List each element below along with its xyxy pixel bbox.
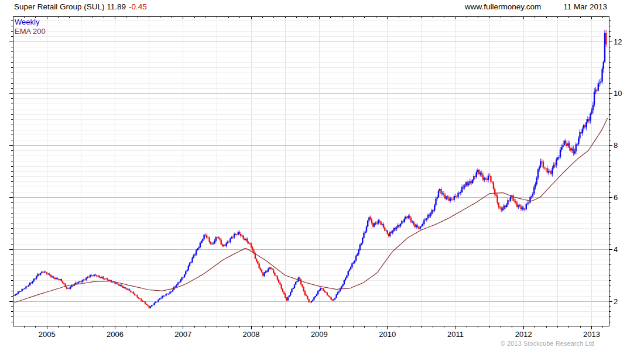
price-chart: 2005200620072008200920102011201220132468… — [0, 0, 644, 351]
x-axis-labels: 200520062007200820092010201120122013 — [39, 330, 600, 339]
y-axis-price-label: 10 — [614, 89, 622, 98]
legend-series-label: Weekly — [15, 18, 46, 27]
chart-header: Super Retail Group (SUL) 11.89 -0.45 www… — [14, 2, 607, 11]
price-change: -0.45 — [129, 2, 147, 11]
chart-legend: Weekly EMA 200 — [15, 18, 46, 36]
candlestick-layer — [14, 30, 606, 309]
x-axis-year-label: 2010 — [379, 330, 396, 339]
x-axis-year-label: 2013 — [583, 330, 600, 339]
copyright-notice: © 2013 Stockcube Research Ltd — [501, 340, 594, 347]
x-axis-year-label: 2009 — [311, 330, 328, 339]
x-axis-year-label: 2005 — [39, 330, 56, 339]
ema-200-line — [14, 118, 607, 302]
up-candle-bodies — [14, 33, 605, 308]
y-axis-labels: 24681012 — [614, 37, 622, 306]
instrument-title: Super Retail Group (SUL) 11.89 — [14, 2, 126, 11]
plot-border — [13, 16, 609, 326]
x-axis-year-label: 2007 — [174, 330, 191, 339]
y-axis-price-label: 8 — [614, 141, 618, 150]
down-candle-wicks — [23, 30, 606, 309]
legend-ema-label: EMA 200 — [15, 27, 46, 36]
x-axis-year-label: 2012 — [515, 330, 532, 339]
gridlines — [13, 16, 609, 326]
x-axis-year-label: 2006 — [107, 330, 124, 339]
axes — [9, 16, 612, 329]
source-url: www.fullermoney.com — [465, 2, 541, 11]
y-axis-price-label: 4 — [614, 245, 618, 254]
down-candle-bodies — [23, 33, 606, 308]
up-candle-wicks — [14, 30, 605, 309]
y-axis-price-label: 2 — [614, 297, 618, 306]
y-axis-price-label: 6 — [614, 193, 618, 202]
x-axis-year-label: 2011 — [447, 330, 464, 339]
x-axis-year-label: 2008 — [243, 330, 260, 339]
chart-date: 11 Mar 2013 — [563, 2, 607, 11]
y-axis-price-label: 12 — [614, 37, 622, 46]
